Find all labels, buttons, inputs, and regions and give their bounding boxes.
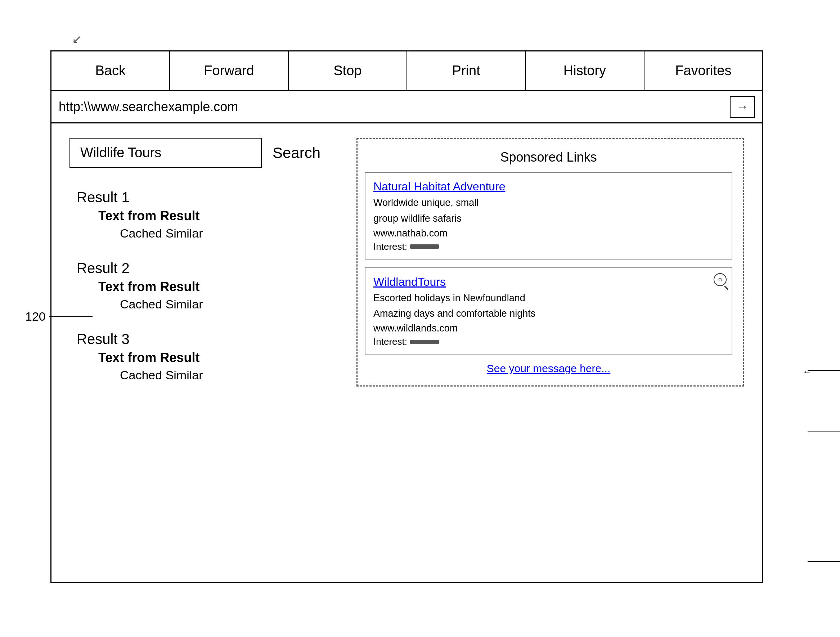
- line-110: ←: [808, 371, 840, 371]
- stop-button[interactable]: Stop: [289, 52, 407, 90]
- line-120: [49, 316, 93, 317]
- results-area: Result 1 Text from Result Cached Similar…: [69, 189, 321, 382]
- search-input[interactable]: [69, 138, 262, 168]
- ad-1-interest: Interest:: [373, 241, 724, 252]
- ad-2-url: www.wildlands.com: [373, 323, 724, 334]
- ad-2-line1: Escorted holidays in Newfoundland: [373, 292, 724, 305]
- result-2-text: Text from Result: [98, 279, 321, 294]
- toolbar: Back Forward Stop Print History Favorite…: [52, 52, 762, 91]
- back-button[interactable]: Back: [52, 52, 170, 90]
- print-button[interactable]: Print: [407, 52, 526, 90]
- sponsored-heading: Sponsored Links: [365, 150, 733, 165]
- right-column: Sponsored Links Natural Habitat Adventur…: [335, 138, 744, 568]
- annotation-100: 100: [808, 554, 840, 568]
- ad-1-line2: group wildlife safaris: [373, 212, 724, 225]
- forward-button[interactable]: Forward: [170, 52, 288, 90]
- annotation-120: 120: [25, 309, 93, 323]
- go-button[interactable]: →: [730, 96, 755, 118]
- label-120: 120: [25, 309, 46, 323]
- line-100: [808, 561, 840, 562]
- see-message-link[interactable]: See your message here...: [365, 363, 733, 375]
- result-3-text: Text from Result: [98, 350, 321, 365]
- page-content: Search Result 1 Text from Result Cached …: [52, 123, 762, 582]
- ad-2-title[interactable]: WildlandTours: [373, 275, 724, 289]
- result-2-title: Result 2: [77, 260, 321, 276]
- history-button[interactable]: History: [526, 52, 644, 90]
- result-3-links[interactable]: Cached Similar: [120, 368, 321, 382]
- diagram-wrapper: ↙ Back Forward Stop Print History Favori…: [29, 29, 814, 605]
- ad-2-interest-bar: [410, 340, 439, 344]
- url-input[interactable]: [59, 99, 726, 114]
- result-2-links[interactable]: Cached Similar: [120, 297, 321, 311]
- result-3-title: Result 3: [77, 331, 321, 347]
- result-1-title: Result 1: [77, 189, 321, 205]
- ad-card-2: ○ WildlandTours Escorted holidays in New…: [365, 267, 733, 356]
- ad-2-interest: Interest:: [373, 336, 724, 347]
- left-column: Search Result 1 Text from Result Cached …: [69, 138, 335, 568]
- search-button[interactable]: Search: [273, 144, 321, 162]
- ad-card-1: Natural Habitat Adventure Worldwide uniq…: [365, 172, 733, 260]
- annotation-105: 105: [808, 425, 840, 439]
- ad-2-interest-label: Interest:: [373, 336, 407, 347]
- ad-1-url: www.nathab.com: [373, 228, 724, 239]
- favorites-button[interactable]: Favorites: [644, 52, 762, 90]
- result-item-2: Result 2 Text from Result Cached Similar: [77, 260, 321, 311]
- search-area: Search: [69, 138, 321, 168]
- ad-1-interest-bar: [410, 244, 439, 249]
- result-1-links[interactable]: Cached Similar: [120, 226, 321, 240]
- result-item-1: Result 1 Text from Result Cached Similar: [77, 189, 321, 240]
- address-bar: →: [52, 91, 762, 123]
- result-1-text: Text from Result: [98, 208, 321, 224]
- annotation-110: ← 110: [808, 364, 840, 377]
- result-item-3: Result 3 Text from Result Cached Similar: [77, 331, 321, 382]
- ad-2-line2: Amazing days and comfortable nights: [373, 307, 724, 321]
- browser-window: Back Forward Stop Print History Favorite…: [51, 50, 763, 583]
- search-icon[interactable]: ○: [714, 273, 726, 286]
- ad-1-line1: Worldwide unique, small: [373, 196, 724, 210]
- sponsored-box: Sponsored Links Natural Habitat Adventur…: [357, 138, 744, 386]
- cursor-mark: ↙: [72, 32, 82, 46]
- line-105: [808, 432, 840, 432]
- ad-1-title[interactable]: Natural Habitat Adventure: [373, 180, 724, 193]
- ad-1-interest-label: Interest:: [373, 241, 407, 252]
